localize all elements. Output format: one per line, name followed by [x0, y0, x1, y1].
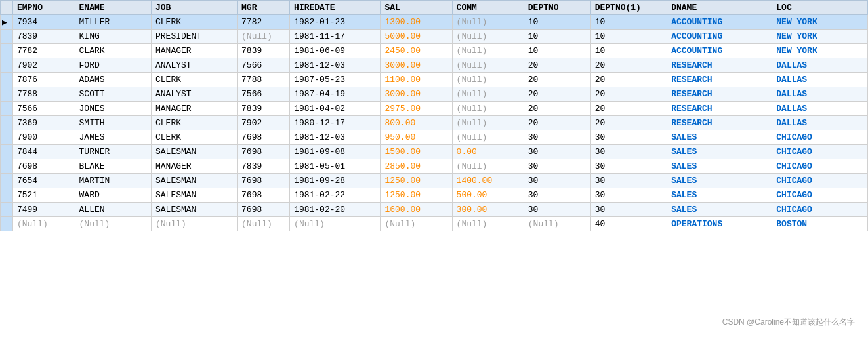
table-header-row: EMPNO ENAME JOB MGR HIREDATE SAL COMM DE…: [1, 1, 868, 15]
table-row[interactable]: 7369SMITHCLERK79021980-12-17800.00(Null)…: [1, 116, 868, 130]
table-cell: 7369: [12, 116, 75, 130]
table-cell: 1981-12-03: [290, 58, 381, 73]
table-cell: CLARK: [75, 44, 151, 58]
table-cell: 7566: [12, 102, 75, 116]
table-cell: 7902: [238, 116, 290, 130]
table-row[interactable]: 7654MARTINSALESMAN76981981-09-281250.001…: [1, 174, 868, 188]
table-cell: 1981-06-09: [290, 44, 381, 58]
table-cell: 7566: [238, 87, 290, 102]
table-row[interactable]: 7782CLARKMANAGER78391981-06-092450.00(Nu…: [1, 44, 868, 58]
table-cell: FORD: [75, 58, 151, 73]
table-cell: (Null): [238, 217, 290, 231]
table-cell: (Null): [452, 15, 524, 30]
table-row[interactable]: 7566JONESMANAGER78391981-04-022975.00(Nu…: [1, 102, 868, 116]
col-header-mgr[interactable]: MGR: [238, 1, 290, 15]
table-cell: 7782: [12, 44, 75, 58]
table-cell: 3000.00: [381, 87, 452, 102]
table-row[interactable]: 7844TURNERSALESMAN76981981-09-081500.000…: [1, 145, 868, 159]
table-cell: SALES: [667, 174, 772, 188]
table-cell: 20: [590, 58, 667, 73]
table-cell: 7698: [238, 130, 290, 145]
table-cell: 20: [590, 73, 667, 87]
table-cell: SALES: [667, 159, 772, 174]
table-cell: 7839: [12, 30, 75, 44]
table-cell: 1981-12-03: [290, 130, 381, 145]
table-cell: 10: [590, 15, 667, 30]
col-header-dname[interactable]: DNAME: [667, 1, 772, 15]
table-cell: 1987-05-23: [290, 73, 381, 87]
table-row[interactable]: 7499ALLENSALESMAN76981981-02-201600.0030…: [1, 203, 868, 217]
table-cell: (Null): [452, 159, 524, 174]
col-header-empno[interactable]: EMPNO: [12, 1, 75, 15]
table-cell: 1600.00: [381, 203, 452, 217]
table-cell: 30: [524, 174, 590, 188]
col-header-deptno1[interactable]: DEPTNO(1): [590, 1, 667, 15]
table-cell: BLAKE: [75, 159, 151, 174]
table-row[interactable]: 7698BLAKEMANAGER78391981-05-012850.00(Nu…: [1, 159, 868, 174]
table-cell: 7782: [238, 15, 290, 30]
table-cell: 1300.00: [381, 15, 452, 30]
table-cell: 30: [524, 145, 590, 159]
table-cell: MANAGER: [152, 102, 238, 116]
table-cell: RESEARCH: [667, 116, 772, 130]
row-indicator: [1, 73, 13, 87]
col-header-hiredate[interactable]: HIREDATE: [290, 1, 381, 15]
table-cell: 30: [590, 159, 667, 174]
table-cell: 800.00: [381, 116, 452, 130]
table-cell: (Null): [452, 58, 524, 73]
table-cell: 7499: [12, 203, 75, 217]
table-row[interactable]: (Null)(Null)(Null)(Null)(Null)(Null)(Nul…: [1, 217, 868, 231]
table-cell: OPERATIONS: [667, 217, 772, 231]
table-cell: 30: [590, 188, 667, 203]
table-row[interactable]: 7788SCOTTANALYST75661987-04-193000.00(Nu…: [1, 87, 868, 102]
col-header-ename[interactable]: ENAME: [75, 1, 151, 15]
table-cell: (Null): [381, 217, 452, 231]
table-cell: 3000.00: [381, 58, 452, 73]
table-cell: ANALYST: [152, 58, 238, 73]
col-header-deptno[interactable]: DEPTNO: [524, 1, 590, 15]
table-cell: WARD: [75, 188, 151, 203]
table-row[interactable]: 7900JAMESCLERK76981981-12-03950.00(Null)…: [1, 130, 868, 145]
table-cell: MANAGER: [152, 44, 238, 58]
table-cell: DALLAS: [772, 102, 868, 116]
table-cell: SCOTT: [75, 87, 151, 102]
table-cell: 500.00: [452, 188, 524, 203]
table-cell: KING: [75, 30, 151, 44]
table-cell: CHICAGO: [772, 159, 868, 174]
row-indicator: [1, 174, 13, 188]
col-header-comm[interactable]: COMM: [452, 1, 524, 15]
col-header-job[interactable]: JOB: [152, 1, 238, 15]
table-cell: (Null): [238, 30, 290, 44]
table-cell: SALESMAN: [152, 145, 238, 159]
table-cell: 7934: [12, 15, 75, 30]
table-cell: 7698: [238, 203, 290, 217]
col-header-loc[interactable]: LOC: [772, 1, 868, 15]
row-indicator: [1, 30, 13, 44]
table-cell: 1400.00: [452, 174, 524, 188]
table-cell: 30: [590, 145, 667, 159]
table-row[interactable]: 7839KINGPRESIDENT(Null)1981-11-175000.00…: [1, 30, 868, 44]
table-cell: RESEARCH: [667, 102, 772, 116]
col-header-sal[interactable]: SAL: [381, 1, 452, 15]
indicator-header: [1, 1, 13, 15]
table-cell: 7876: [12, 73, 75, 87]
table-cell: 30: [524, 159, 590, 174]
table-row[interactable]: 7521WARDSALESMAN76981981-02-221250.00500…: [1, 188, 868, 203]
table-row[interactable]: 7902FORDANALYST75661981-12-033000.00(Nul…: [1, 58, 868, 73]
table-row[interactable]: 7876ADAMSCLERK77881987-05-231100.00(Null…: [1, 73, 868, 87]
table-cell: 10: [524, 44, 590, 58]
row-indicator: [1, 130, 13, 145]
row-indicator: [1, 116, 13, 130]
table-cell: 2975.00: [381, 102, 452, 116]
table-cell: 10: [524, 30, 590, 44]
table-cell: 1981-09-08: [290, 145, 381, 159]
table-cell: DALLAS: [772, 87, 868, 102]
table-row[interactable]: ▶7934MILLERCLERK77821982-01-231300.00(Nu…: [1, 15, 868, 30]
table-cell: 1980-12-17: [290, 116, 381, 130]
table-cell: (Null): [452, 44, 524, 58]
table-cell: 20: [590, 102, 667, 116]
table-cell: DALLAS: [772, 73, 868, 87]
table-cell: 2850.00: [381, 159, 452, 174]
table-cell: (Null): [452, 130, 524, 145]
table-cell: 7698: [12, 159, 75, 174]
